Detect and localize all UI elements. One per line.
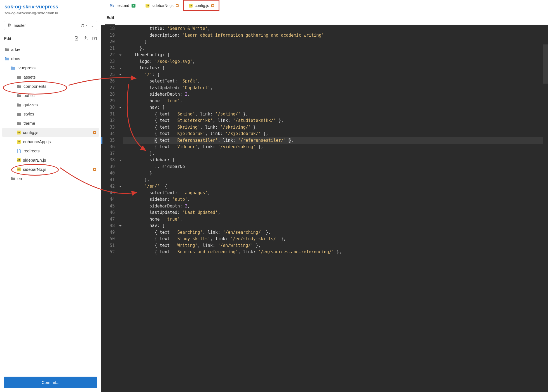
fold-toggle (118, 117, 123, 124)
tree-item-redirects[interactable]: redirects (2, 146, 99, 155)
modified-indicator-icon (93, 168, 96, 171)
tab-config-js[interactable]: JSconfig.js (184, 0, 219, 11)
branch-icon (7, 23, 11, 27)
fold-toggle (118, 150, 123, 157)
project-path: sok-og-skriv/sok-og-skriv.gitlab.io (4, 11, 97, 15)
tree-item-label: arkiv (11, 47, 20, 52)
tree-item-label: en (17, 176, 22, 181)
tab-test-md[interactable]: M↓test.md+ (105, 0, 140, 11)
fold-toggle (118, 196, 123, 203)
tree-item-arkiv[interactable]: arkiv (2, 45, 99, 54)
tree-item-theme[interactable]: theme (2, 119, 99, 128)
fold-toggle (118, 216, 123, 223)
fold-column[interactable] (118, 25, 123, 392)
tree-item-label: sidebarNo.js (23, 167, 46, 172)
fold-toggle (118, 190, 123, 197)
fold-toggle[interactable] (118, 183, 123, 190)
tree-item-quizzes[interactable]: quizzes (2, 100, 99, 109)
added-badge-icon: + (132, 4, 135, 8)
fold-toggle (118, 58, 123, 65)
code-content[interactable]: title: 'Search & Write', description: 'L… (123, 25, 543, 392)
file-tree[interactable]: arkivdocs.vuepressassetscomponentspublic… (0, 44, 101, 373)
fold-toggle (118, 32, 123, 39)
tree-item-label: components (24, 84, 46, 89)
tree-item-label: docs (11, 56, 20, 61)
fold-toggle (118, 170, 123, 177)
tree-item-enhanceApp-js[interactable]: JSenhanceApp.js (2, 137, 99, 146)
fold-toggle (118, 85, 123, 91)
fold-toggle (118, 144, 123, 150)
branch-selector[interactable]: master - ⌄ (4, 21, 97, 30)
tab-label: config.js (195, 3, 209, 8)
fold-toggle[interactable] (118, 157, 123, 164)
tree-item-label: theme (24, 121, 35, 126)
fold-toggle[interactable] (118, 65, 123, 72)
modified-indicator-icon (211, 4, 214, 7)
fold-toggle (118, 236, 123, 242)
tree-item-sidebarEn-js[interactable]: JSsidebarEn.js (2, 155, 99, 165)
project-title[interactable]: sok-og-skriv-vuepress (4, 4, 97, 10)
tree-item-components[interactable]: components (2, 82, 99, 91)
tree-item-label: enhanceApp.js (23, 139, 51, 144)
new-file-icon[interactable] (74, 36, 79, 41)
tabs-bar: M↓test.md+JSsidebarNo.jsJSconfig.js (101, 0, 548, 11)
tree-item-styles[interactable]: styles (2, 109, 99, 119)
minimap-thumb[interactable] (543, 44, 548, 84)
fold-toggle[interactable] (118, 52, 123, 58)
fold-toggle (118, 45, 123, 52)
tree-item--vuepress[interactable]: .vuepress (2, 63, 99, 72)
tree-item-label: public (24, 93, 34, 98)
tree-item-label: config.js (23, 130, 38, 135)
fold-toggle[interactable] (118, 223, 123, 229)
tree-item-label: styles (24, 112, 34, 116)
fold-toggle (118, 39, 123, 45)
tree-item-docs[interactable]: docs (2, 54, 99, 63)
minimap[interactable] (543, 25, 548, 392)
fold-toggle (118, 78, 123, 85)
tab-sidebarNo-js[interactable]: JSsidebarNo.js (140, 0, 184, 11)
tree-item-config-js[interactable]: JSconfig.js (2, 128, 99, 137)
fold-toggle (118, 249, 123, 256)
tree-item-label: .vuepress (17, 65, 36, 70)
commit-button[interactable]: Commit... (4, 377, 97, 388)
branch-name: master (14, 23, 26, 28)
fold-toggle (118, 229, 123, 236)
fold-toggle (118, 177, 123, 183)
tree-item-public[interactable]: public (2, 91, 99, 100)
fold-toggle (118, 124, 123, 131)
fold-toggle (118, 164, 123, 170)
upload-icon[interactable] (83, 36, 88, 41)
fold-toggle (118, 25, 123, 32)
tree-item-en[interactable]: en (2, 174, 99, 183)
code-editor[interactable]: 1819202122232425262728293031323334353637… (101, 25, 548, 392)
tree-item-label: redirects (24, 148, 40, 153)
tree-item-label: sidebarEn.js (23, 158, 46, 162)
fold-toggle (118, 209, 123, 216)
fold-toggle (118, 111, 123, 118)
tree-item-sidebarNo-js[interactable]: JSsidebarNo.js (2, 165, 99, 174)
project-header: sok-og-skriv-vuepress sok-og-skriv/sok-o… (0, 0, 101, 18)
modified-indicator-icon (176, 4, 179, 7)
editor-pane: M↓test.md+JSsidebarNo.jsJSconfig.js Edit… (101, 0, 548, 392)
tab-label: test.md (116, 3, 129, 8)
fold-toggle (118, 91, 123, 98)
fold-toggle (118, 131, 123, 137)
tree-item-label: assets (24, 75, 36, 79)
line-gutter: 1819202122232425262728293031323334353637… (101, 25, 118, 392)
sidebar-mode-label: Edit (4, 36, 11, 41)
tab-label: sidebarNo.js (152, 3, 174, 8)
fold-toggle (118, 98, 123, 105)
fold-toggle (118, 137, 123, 144)
markdown-icon: M↓ (110, 4, 114, 8)
new-folder-icon[interactable] (92, 36, 97, 41)
fold-toggle (118, 242, 123, 249)
fold-toggle[interactable] (118, 72, 123, 78)
editor-mode-tab[interactable]: Edit (105, 11, 115, 25)
chevron-down-icon: ⌄ (91, 23, 94, 28)
tree-item-assets[interactable]: assets (2, 72, 99, 82)
merge-count: - (86, 23, 87, 28)
fold-toggle (118, 203, 123, 210)
sidebar: sok-og-skriv-vuepress sok-og-skriv/sok-o… (0, 0, 101, 392)
merge-request-icon (81, 23, 85, 27)
fold-toggle[interactable] (118, 104, 123, 111)
